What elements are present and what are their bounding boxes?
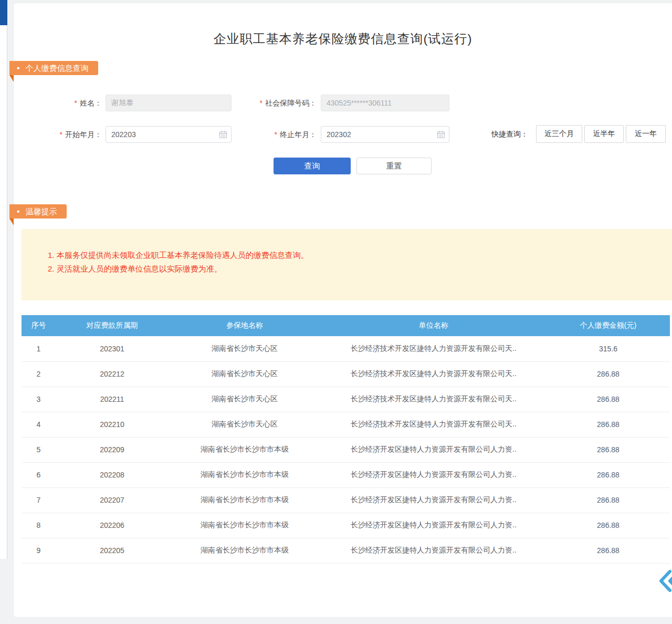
header-area: 参保地名称 — [169, 315, 321, 336]
table-row: 8 202206 湖南省长沙市长沙市市本级 长沙经济开发区捷特人力资源开发有限公… — [22, 513, 670, 538]
main-panel: 企业职工基本养老保险缴费信息查询(试运行) •个人缴费信息查询 *姓名： *社会… — [13, 3, 672, 618]
collapse-panel-button[interactable] — [658, 568, 672, 594]
start-month-field[interactable] — [106, 126, 232, 143]
section-header-personal-payment-query: •个人缴费信息查询 — [9, 61, 98, 75]
cell-amount: 286.88 — [547, 412, 670, 437]
cell-no: 2 — [22, 361, 56, 387]
quick-query-3months-button[interactable]: 近三个月 — [536, 125, 582, 143]
cell-period: 202208 — [56, 462, 169, 487]
cell-amount: 286.88 — [547, 437, 670, 462]
cell-unit: 长沙经济技术开发区捷特人力资源开发有限公司天.. — [321, 412, 547, 437]
cell-no: 9 — [22, 538, 56, 563]
end-month-label: *终止年月： — [213, 126, 317, 143]
left-rail-blue-block — [0, 0, 7, 25]
cell-area: 湖南省长沙市长沙市市本级 — [169, 513, 321, 538]
cell-area: 湖南省长沙市天心区 — [169, 361, 321, 387]
cell-area: 湖南省长沙市天心区 — [169, 412, 321, 437]
cell-area: 湖南省长沙市长沙市市本级 — [169, 437, 321, 462]
cell-period: 202301 — [56, 336, 169, 361]
cell-period: 202206 — [56, 513, 169, 538]
left-rail — [0, 0, 7, 559]
table-row: 3 202211 湖南省长沙市天心区 长沙经济技术开发区捷特人力资源开发有限公司… — [22, 387, 670, 412]
cell-unit: 长沙经济开发区捷特人力资源开发有限公司人力资.. — [321, 538, 547, 563]
cell-period: 202210 — [56, 412, 169, 437]
page-title: 企业职工基本养老保险缴费信息查询(试运行) — [14, 30, 672, 47]
ssn-label: *社会保障号码： — [213, 95, 317, 111]
cell-unit: 长沙经济技术开发区捷特人力资源开发有限公司天.. — [321, 336, 547, 361]
name-label: *姓名： — [14, 95, 102, 111]
cell-unit: 长沙经济技术开发区捷特人力资源开发有限公司天.. — [321, 361, 547, 387]
cell-area: 湖南省长沙市天心区 — [169, 336, 321, 361]
header-amount: 个人缴费金额(元) — [547, 315, 670, 336]
query-button[interactable]: 查询 — [274, 158, 351, 174]
cell-unit: 长沙经济技术开发区捷特人力资源开发有限公司天.. — [321, 387, 547, 412]
payment-records-table: 序号 对应费款所属期 参保地名称 单位名称 个人缴费金额(元) 1 202301… — [22, 315, 670, 564]
quick-query-label: 快捷查询： — [491, 125, 528, 143]
cell-unit: 长沙经济开发区捷特人力资源开发有限公司人力资.. — [321, 462, 547, 487]
required-asterisk: * — [260, 99, 262, 107]
table-row: 6 202208 湖南省长沙市长沙市市本级 长沙经济开发区捷特人力资源开发有限公… — [22, 462, 670, 487]
ssn-field[interactable] — [321, 95, 449, 111]
start-month-label: *开始年月： — [14, 126, 102, 143]
ribbon-fold — [9, 75, 14, 82]
cell-amount: 286.88 — [547, 387, 670, 412]
cell-no: 6 — [22, 462, 56, 487]
required-asterisk: * — [275, 130, 277, 139]
cell-amount: 286.88 — [547, 462, 670, 487]
tip-line-2: 2. 灵活就业人员的缴费单位信息以实际缴费为准。 — [48, 262, 662, 276]
header-unit: 单位名称 — [321, 315, 547, 336]
cell-amount: 286.88 — [547, 513, 670, 538]
bullet-icon: • — [17, 204, 20, 219]
table-row: 1 202301 湖南省长沙市天心区 长沙经济技术开发区捷特人力资源开发有限公司… — [22, 336, 670, 361]
header-period: 对应费款所属期 — [56, 315, 169, 336]
cell-area: 湖南省长沙市长沙市市本级 — [169, 538, 321, 563]
cell-no: 5 — [22, 437, 56, 462]
tips-notice-box: 1. 本服务仅提供尚未领取企业职工基本养老保险待遇人员的缴费信息查询。 2. 灵… — [22, 229, 672, 300]
bullet-icon: • — [17, 61, 20, 75]
table-row: 2 202212 湖南省长沙市天心区 长沙经济技术开发区捷特人力资源开发有限公司… — [22, 361, 670, 387]
reset-button[interactable]: 重置 — [356, 158, 432, 174]
cell-no: 1 — [22, 336, 56, 361]
cell-area: 湖南省长沙市天心区 — [169, 387, 321, 412]
cell-period: 202209 — [56, 437, 169, 462]
cell-amount: 286.88 — [547, 361, 670, 387]
section-header-label: 个人缴费信息查询 — [26, 64, 89, 72]
table-row: 4 202210 湖南省长沙市天心区 长沙经济技术开发区捷特人力资源开发有限公司… — [22, 412, 670, 437]
header-no: 序号 — [22, 315, 56, 336]
cell-no: 7 — [22, 487, 56, 513]
table-row: 9 202205 湖南省长沙市长沙市市本级 长沙经济开发区捷特人力资源开发有限公… — [22, 538, 670, 563]
cell-amount: 286.88 — [547, 487, 670, 513]
double-chevron-left-icon — [658, 568, 672, 594]
cell-no: 8 — [22, 513, 56, 538]
table-header-row: 序号 对应费款所属期 参保地名称 单位名称 个人缴费金额(元) — [22, 315, 670, 336]
cell-unit: 长沙经济开发区捷特人力资源开发有限公司人力资.. — [321, 487, 547, 513]
table-row: 7 202207 湖南省长沙市长沙市市本级 长沙经济开发区捷特人力资源开发有限公… — [22, 487, 670, 513]
tip-line-1: 1. 本服务仅提供尚未领取企业职工基本养老保险待遇人员的缴费信息查询。 — [48, 248, 662, 262]
cell-no: 4 — [22, 412, 56, 437]
cell-area: 湖南省长沙市长沙市市本级 — [169, 462, 321, 487]
cell-amount: 315.6 — [547, 336, 670, 361]
name-field[interactable] — [106, 95, 232, 111]
cell-area: 湖南省长沙市长沙市市本级 — [169, 487, 321, 513]
quick-query-halfyear-button[interactable]: 近半年 — [584, 125, 624, 143]
cell-period: 202211 — [56, 387, 169, 412]
cell-period: 202207 — [56, 487, 169, 513]
cell-unit: 长沙经济开发区捷特人力资源开发有限公司人力资.. — [321, 437, 547, 462]
cell-period: 202205 — [56, 538, 169, 563]
cell-unit: 长沙经济开发区捷特人力资源开发有限公司人力资.. — [321, 513, 547, 538]
section-header-tips: •温馨提示 — [9, 204, 67, 219]
required-asterisk: * — [75, 99, 77, 107]
end-month-field[interactable] — [321, 126, 449, 143]
section-header-label: 温馨提示 — [26, 207, 57, 216]
cell-no: 3 — [22, 387, 56, 412]
cell-amount: 286.88 — [547, 538, 670, 563]
table-row: 5 202209 湖南省长沙市长沙市市本级 长沙经济开发区捷特人力资源开发有限公… — [22, 437, 670, 462]
ribbon-fold — [9, 219, 14, 225]
cell-period: 202212 — [56, 361, 169, 387]
quick-query-1year-button[interactable]: 近一年 — [626, 125, 666, 143]
required-asterisk: * — [60, 130, 62, 139]
